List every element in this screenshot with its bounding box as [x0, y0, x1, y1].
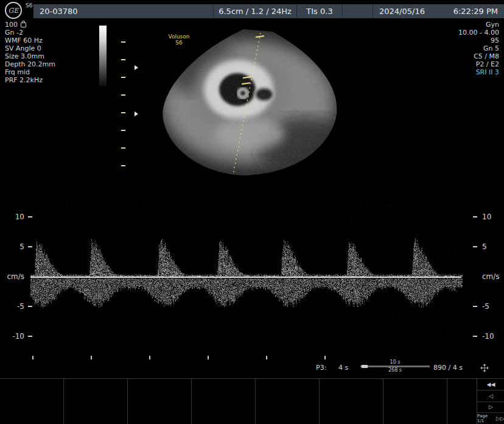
grayscale-bar: [99, 26, 107, 87]
unit-label: cm/s: [5, 272, 24, 281]
step-back-button[interactable]: ◁: [477, 390, 504, 402]
focus-marker-icon: [135, 111, 138, 116]
doppler-scale-left: 10 5 cm/s -5 -10: [5, 202, 32, 351]
unit-label: cm/s: [481, 272, 502, 281]
datetime-segment: 2024/05/16 6:22:29 PM: [373, 4, 504, 18]
time-label: 6:22:29 PM: [453, 7, 498, 16]
focus-marker-icon: [135, 65, 138, 70]
date-label: 2024/05/16: [379, 7, 425, 16]
rewind-button[interactable]: ◀◀: [477, 379, 504, 390]
b-mode-ultrasound-image: [152, 24, 347, 177]
param-prf: PRF 2.2kHz: [5, 76, 55, 84]
param-persist-enhance: P2 / E2: [458, 60, 499, 68]
doppler-scale-right: 10 5 cm/s -5 -10: [473, 202, 502, 351]
softkey-cell: [383, 379, 447, 424]
page-nav: ◀◀ ◁ ▷ Page 1/1 ▷▷: [477, 378, 504, 424]
patient-id: 20-03780: [33, 4, 213, 18]
topbar-spacer: [342, 4, 373, 18]
param-power: 100: [5, 21, 55, 29]
param-depth: Depth 20.2mm: [5, 60, 55, 68]
page-indicator: Page 1/1: [477, 414, 495, 423]
fast-forward-icon: ▷▷: [496, 415, 504, 422]
cine-scrollbar[interactable]: 10 s 268 s: [359, 360, 431, 375]
depth-scale: [121, 41, 125, 183]
frame-info: 890 / 4 s: [433, 364, 463, 372]
probe-badge: S6: [26, 2, 32, 9]
softkey-cell: [320, 379, 383, 424]
param-gain: Gn -2: [5, 29, 55, 37]
program-label: P3:: [316, 364, 326, 372]
loop-window-label: 10 s: [359, 360, 431, 365]
padlock-icon: [21, 23, 26, 27]
step-back-icon: ◁: [489, 393, 493, 399]
cine-thumb[interactable]: [362, 365, 368, 368]
rewind-icon: ◀◀: [487, 381, 495, 387]
pan-icon[interactable]: [480, 363, 489, 373]
step-forward-icon: ▷: [489, 404, 493, 410]
left-parameter-column: 100 Gn -2 WMF 60 Hz SV Angle 0 Size 3.0m…: [5, 21, 55, 84]
param-gate-size: Size 3.0mm: [5, 52, 55, 60]
time-axis-ticks: [32, 356, 326, 359]
param-sri: SRI II 3: [458, 68, 499, 76]
thermal-index: TIs 0.3: [296, 4, 342, 18]
param-sv-angle: SV Angle 0: [5, 44, 55, 52]
title-bar: 20-03780 6.5cm / 1.2 / 24Hz TIs 0.3 2024…: [33, 4, 504, 18]
ultrasound-screen: GE S6 20-03780 6.5cm / 1.2 / 24Hz TIs 0.…: [0, 0, 504, 424]
param-frequency: Frq mid: [5, 68, 55, 76]
param-2d-gain: Gn 5: [458, 44, 499, 52]
right-parameter-column: Gyn 10.00 - 4.00 95 Gn 5 C5 / M8 P2 / E2…: [458, 21, 499, 76]
preset-name: Gyn: [458, 21, 499, 29]
softkey-cell: [256, 379, 320, 424]
loop-total-label: 268 s: [359, 368, 431, 373]
softkey-cell: [192, 379, 256, 424]
step-forward-button[interactable]: ▷: [477, 402, 504, 414]
softkey-cell: [0, 379, 64, 424]
cine-track[interactable]: [360, 366, 430, 367]
page-forward-button[interactable]: Page 1/1 ▷▷: [477, 413, 504, 424]
acquisition-params: 6.5cm / 1.2 / 24Hz: [213, 4, 296, 18]
doppler-baseline: [30, 277, 461, 278]
param-quality: 95: [458, 37, 499, 44]
ge-logo: GE: [5, 2, 22, 19]
softkey-cell: [128, 379, 192, 424]
param-freq-range: 10.00 - 4.00: [458, 29, 499, 37]
param-wmf: WMF 60 Hz: [5, 37, 55, 44]
spectral-doppler-trace: [30, 200, 463, 348]
softkey-cell: [447, 379, 477, 424]
param-curve-map: C5 / M8: [458, 52, 499, 60]
softkey-menu: [0, 378, 477, 424]
softkey-cell: [64, 379, 128, 424]
sweep-speed: 4 s: [338, 364, 348, 372]
